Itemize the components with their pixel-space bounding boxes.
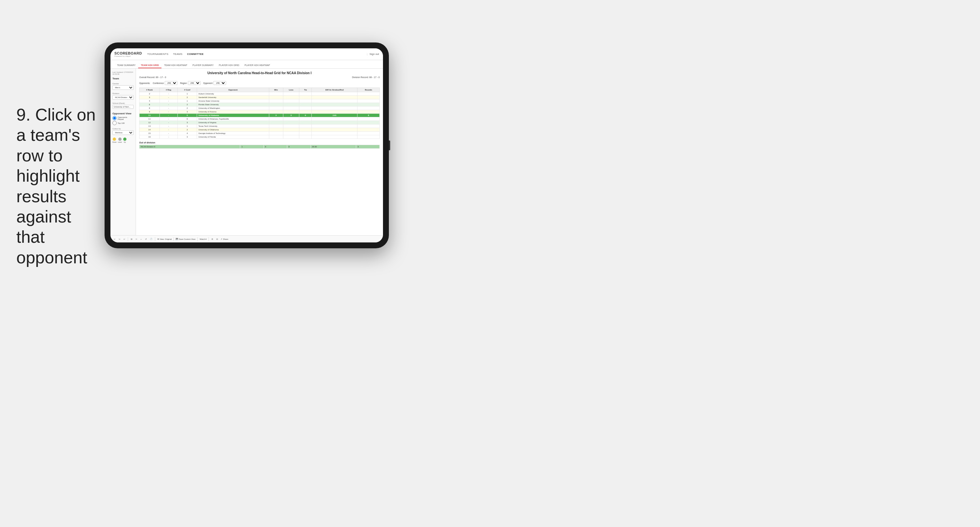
opponent-label: Opponent	[203, 82, 213, 84]
out-div-name: NCAA Division II	[140, 145, 240, 149]
watch-label: Watch ▾	[200, 238, 207, 240]
eye-icon: 👁	[157, 238, 159, 240]
back-btn[interactable]: ↩	[123, 237, 126, 240]
refresh-btn[interactable]: ↺	[145, 237, 147, 240]
legend-up: Up	[123, 137, 126, 143]
legend-label-level: Level	[118, 141, 122, 143]
out-div-row[interactable]: NCAA Division II 1 0 0 26.00 3	[140, 145, 380, 149]
table-row[interactable]: 11-6University of Arkansas, Fayetteville	[140, 117, 380, 121]
tab-team-h2h-heatmap[interactable]: TEAM H2H HEATMAP	[161, 63, 190, 68]
content-area: University of North Carolina Head-to-Hea…	[136, 68, 383, 235]
redo-btn[interactable]: ↪	[118, 237, 121, 240]
sidebar: Last Updated: 27/03/2024 16:55:38 Team G…	[110, 68, 136, 235]
records-row: Overall Record: 89 - 17 - 0 Division Rec…	[139, 76, 380, 78]
tab-team-h2h-grid[interactable]: TEAM H2H GRID	[138, 63, 161, 68]
nav-tournaments[interactable]: TOURNAMENTS	[147, 52, 168, 56]
region-label: Region	[180, 82, 187, 84]
h2h-grid-table: # Rank # Reg # Conf Opponent Win Loss Ti…	[139, 88, 380, 139]
toolbar-divider-2	[155, 237, 155, 241]
nav-items: TOURNAMENTS TEAMS COMMITTEE	[147, 52, 367, 56]
region-select[interactable]: (All)	[188, 81, 200, 85]
conference-label: Conference	[153, 82, 164, 84]
table-row[interactable]: 6-2Florida State University	[140, 103, 380, 107]
out-div-loss: 0	[264, 145, 287, 149]
out-of-division-label: Out of division	[139, 142, 380, 144]
table-row[interactable]: 13-1Texas Tech University	[140, 124, 380, 128]
tablet-frame: SCOREBOARD Powered by clippd TOURNAMENTS…	[105, 43, 389, 248]
app-logo: SCOREBOARD	[115, 51, 142, 55]
tablet-side-button	[389, 140, 390, 150]
sidebar-gender-section: Gender Men's	[112, 83, 134, 90]
division-select[interactable]: NCAA Division I	[112, 95, 134, 100]
table-row[interactable]: 2-1Auburn University	[140, 92, 380, 96]
legend-label-up: Up	[124, 141, 126, 143]
table-row[interactable]: 3-2Vanderbilt University	[140, 96, 380, 99]
col-reg: # Reg	[159, 88, 177, 92]
table-row[interactable]: 12-3University of Virginia	[140, 121, 380, 124]
share-label: Share	[223, 238, 228, 240]
sidebar-colour-section: Colour by Win/loss	[112, 128, 134, 135]
tab-player-summary[interactable]: PLAYER SUMMARY	[190, 63, 216, 68]
col-loss: Loss	[283, 88, 299, 92]
view-original-btn[interactable]: 👁 View: Original	[157, 238, 172, 240]
sign-out[interactable]: Sign out	[369, 53, 379, 56]
save-custom-view-btn[interactable]: 💾 Save Custom View	[176, 238, 196, 240]
toolbar-divider-5	[208, 237, 209, 241]
toolbar-divider-1	[128, 237, 128, 241]
table-header-row: # Rank # Reg # Conf Opponent Win Loss Ti…	[140, 88, 380, 92]
gender-label: Gender	[112, 83, 134, 84]
table-row[interactable]: 16-3University of Florida	[140, 135, 380, 139]
opponent-select[interactable]: (All)	[213, 81, 226, 85]
out-div-table: NCAA Division II 1 0 0 26.00 3	[139, 145, 380, 149]
conference-select[interactable]: (All)	[165, 81, 177, 85]
col-diff: Diff Av Strokes/Rnd	[312, 88, 358, 92]
table-row[interactable]: 9-3University of Arizona	[140, 110, 380, 114]
add-btn[interactable]: +	[140, 238, 143, 240]
radio-top100[interactable]: Top 100	[112, 121, 134, 125]
settings-btn[interactable]: ⚙	[211, 237, 214, 240]
opponent-filter: Opponent (All)	[203, 81, 226, 85]
clock-btn[interactable]: 🕐	[150, 237, 153, 240]
separator: |	[367, 53, 368, 56]
watch-btn[interactable]: Watch ▾	[200, 238, 207, 240]
colour-select[interactable]: Win/loss	[112, 131, 134, 135]
sidebar-opponent-view-section: Opponent View Opponents Played Top 100	[112, 112, 134, 125]
conference-filter: Conference (All)	[153, 81, 178, 85]
gender-select[interactable]: Men's	[112, 85, 134, 90]
powered-by: Powered by clippd	[115, 55, 142, 57]
table-row[interactable]: 4-1Arizona State University	[140, 99, 380, 103]
tab-player-h2h-heatmap[interactable]: PLAYER H2H HEATMAP	[242, 63, 272, 68]
cut-btn[interactable]: ✂	[135, 237, 138, 240]
tab-team-summary[interactable]: TEAM SUMMARY	[115, 63, 138, 68]
legend-down: Down	[112, 137, 117, 143]
nav-teams[interactable]: TEAMS	[173, 52, 182, 56]
logo-area: SCOREBOARD Powered by clippd	[115, 51, 142, 57]
layout-btn[interactable]: ⊟	[216, 237, 219, 240]
school-input[interactable]	[112, 105, 134, 109]
table-row[interactable]: 14-2University of Oklahoma	[140, 128, 380, 132]
grid-btn[interactable]: ⊞	[130, 237, 133, 240]
table-row[interactable]: 11-5University of Alabama3002.618	[140, 114, 380, 117]
col-rank: # Rank	[140, 88, 160, 92]
view-original-label: View: Original	[160, 238, 172, 240]
undo-btn[interactable]: ↩	[113, 237, 116, 240]
legend-label-down: Down	[112, 141, 117, 143]
radio-opponents-played[interactable]: Opponents Played	[112, 116, 134, 120]
col-win: Win	[269, 88, 283, 92]
overall-record: Overall Record: 89 - 17 - 0	[139, 76, 166, 78]
toolbar-divider-3	[173, 237, 174, 241]
main-content: Last Updated: 27/03/2024 16:55:38 Team G…	[110, 68, 383, 235]
legend-dot-down	[113, 137, 116, 141]
legend-level: Level	[118, 137, 122, 143]
opponent-view-label: Opponent View	[112, 112, 134, 115]
table-row[interactable]: 8-2University of Washington	[140, 107, 380, 110]
tab-player-h2h-grid[interactable]: PLAYER H2H GRID	[216, 63, 242, 68]
save-label: Save Custom View	[179, 238, 196, 240]
nav-committee[interactable]: COMMITTEE	[187, 52, 204, 56]
sidebar-division-section: Division NCAA Division I	[112, 92, 134, 100]
table-row[interactable]: 15-4Georgia Institute of Technology	[140, 132, 380, 135]
sidebar-team-section: Team	[112, 77, 134, 80]
share-btn[interactable]: ↗ Share	[221, 238, 228, 240]
share-icon: ↗	[221, 238, 222, 240]
team-label: Team	[112, 77, 134, 80]
